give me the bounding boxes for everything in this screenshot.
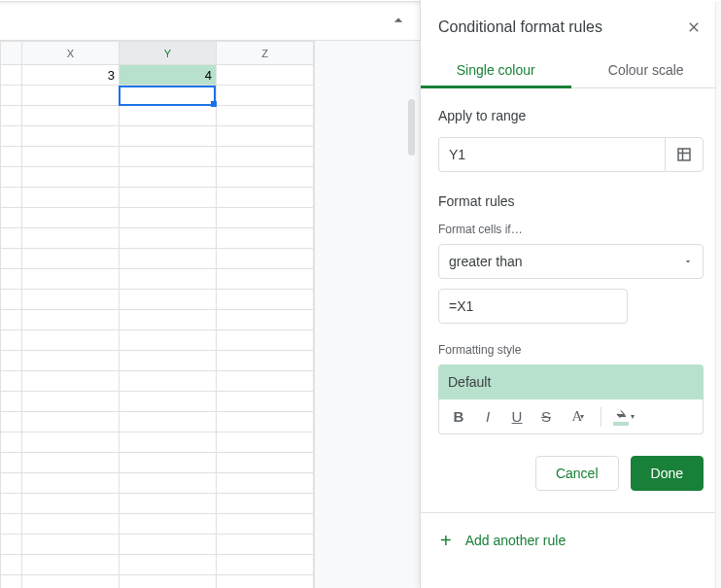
condition-value: greater than [449,254,523,269]
sheet-empty-area [314,41,420,588]
range-input[interactable] [438,137,665,172]
style-toolbar: B I U S A▾ ▾ [438,399,704,434]
tab-colour-scale[interactable]: Colour scale [571,51,722,88]
apply-to-range-label: Apply to range [438,108,704,123]
add-another-rule-button[interactable]: + Add another rule [438,513,704,550]
col-header-z[interactable]: Z [217,42,314,65]
chevron-up-icon[interactable] [387,9,410,32]
scrollbar-thumb[interactable] [408,99,415,156]
formatting-style-label: Formatting style [438,343,704,357]
bold-button[interactable]: B [445,403,472,431]
col-header-y[interactable]: Y [120,42,217,65]
done-button[interactable]: Done [631,456,704,491]
col-header-partial[interactable] [1,42,22,65]
tab-single-colour[interactable]: Single colour [421,51,571,88]
cell[interactable] [1,65,22,86]
formula-bar-collapse-area [0,0,420,41]
cell-y1[interactable]: 4 [120,65,217,86]
underline-button[interactable]: U [503,403,531,431]
cell[interactable] [217,65,314,86]
cancel-button[interactable]: Cancel [535,456,619,491]
conditional-format-panel: Conditional format rules Single colour C… [420,0,721,588]
cell-x1[interactable]: 3 [22,65,120,86]
add-rule-label: Add another rule [465,533,566,548]
panel-title: Conditional format rules [438,18,602,36]
right-rail [715,1,721,588]
format-cells-if-label: Format cells if… [438,223,704,236]
toolbar-separator [601,407,601,427]
condition-value-input[interactable] [438,289,628,324]
chevron-down-icon [683,257,693,266]
col-header-x[interactable]: X [22,42,120,65]
italic-button[interactable]: I [474,403,501,431]
close-icon[interactable] [684,17,704,37]
text-color-button[interactable]: A▾ [562,403,595,431]
condition-select[interactable]: greater than [438,244,704,279]
style-preview[interactable]: Default [438,364,704,399]
fill-color-button[interactable]: ▾ [607,403,640,431]
format-rules-label: Format rules [438,193,704,209]
panel-tabs: Single colour Colour scale [421,51,721,88]
strikethrough-button[interactable]: S [532,403,560,431]
select-range-button[interactable] [665,137,704,172]
plus-icon: + [440,531,452,550]
